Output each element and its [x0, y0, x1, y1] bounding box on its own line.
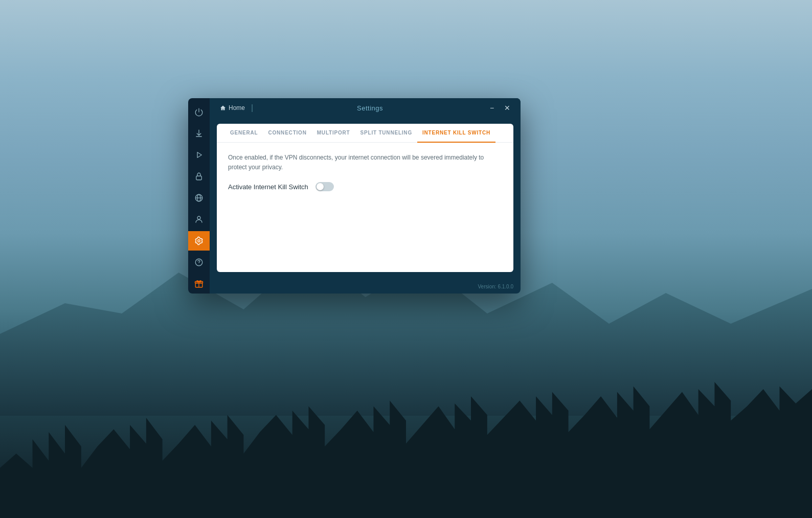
settings-panel: GENERAL CONNECTION MULTIPORT SPLIT TUNNE… — [217, 124, 513, 272]
download-icon — [194, 129, 204, 138]
kill-switch-toggle[interactable] — [315, 182, 334, 191]
settings-icon — [194, 236, 204, 245]
tab-connection[interactable]: CONNECTION — [263, 124, 312, 143]
tab-multiport[interactable]: MULTIPORT — [312, 124, 355, 143]
toggle-row: Activate Internet Kill Switch — [228, 182, 502, 191]
svg-point-7 — [199, 264, 199, 264]
title-bar: Home | Settings − ✕ — [210, 98, 521, 118]
help-icon — [194, 258, 204, 267]
svg-point-4 — [197, 216, 200, 219]
minimize-button[interactable]: − — [485, 101, 499, 115]
svg-rect-0 — [196, 176, 202, 180]
play-icon — [194, 150, 204, 160]
main-content: Home | Settings − ✕ GENERAL CONNECTION — [210, 98, 521, 294]
account-icon — [194, 215, 204, 224]
sidebar-item-ip[interactable] — [188, 188, 210, 208]
gift-icon — [194, 279, 204, 288]
ip-icon — [194, 193, 204, 202]
home-icon — [220, 105, 226, 111]
tab-split-tunneling[interactable]: SPLIT TUNNELING — [355, 124, 417, 143]
title-bar-controls: − ✕ — [485, 101, 514, 115]
sidebar-item-connect[interactable] — [188, 145, 210, 165]
version-text: Version: 6.1.0.0 — [478, 284, 514, 289]
sidebar-item-power[interactable] — [188, 102, 210, 122]
sidebar-item-account[interactable] — [188, 210, 210, 229]
toggle-label: Activate Internet Kill Switch — [228, 183, 308, 191]
sidebar-item-lock[interactable] — [188, 167, 210, 186]
tabs-bar: GENERAL CONNECTION MULTIPORT SPLIT TUNNE… — [217, 124, 513, 143]
panel-body: Once enabled, if the VPN disconnects, yo… — [217, 143, 513, 272]
tab-general[interactable]: GENERAL — [225, 124, 263, 143]
kill-switch-description: Once enabled, if the VPN disconnects, yo… — [228, 153, 502, 172]
close-button[interactable]: ✕ — [500, 101, 514, 115]
sidebar-item-download[interactable] — [188, 124, 210, 143]
home-button[interactable]: Home — [216, 103, 249, 113]
window-title: Settings — [255, 104, 485, 112]
version-bar: Version: 6.1.0.0 — [210, 279, 521, 294]
title-separator: | — [251, 103, 253, 112]
lock-icon — [194, 172, 204, 181]
sidebar-item-help[interactable] — [188, 253, 210, 272]
app-window: Home | Settings − ✕ GENERAL CONNECTION — [188, 98, 521, 294]
sidebar-item-settings[interactable] — [188, 231, 210, 251]
sidebar — [188, 98, 210, 294]
tab-internet-kill-switch[interactable]: INTERNET KILL SWITCH — [417, 124, 495, 143]
sidebar-item-gift[interactable] — [188, 274, 210, 294]
power-icon — [194, 107, 204, 117]
home-label: Home — [229, 104, 245, 111]
content-area: GENERAL CONNECTION MULTIPORT SPLIT TUNNE… — [210, 118, 521, 279]
svg-point-5 — [198, 240, 200, 242]
